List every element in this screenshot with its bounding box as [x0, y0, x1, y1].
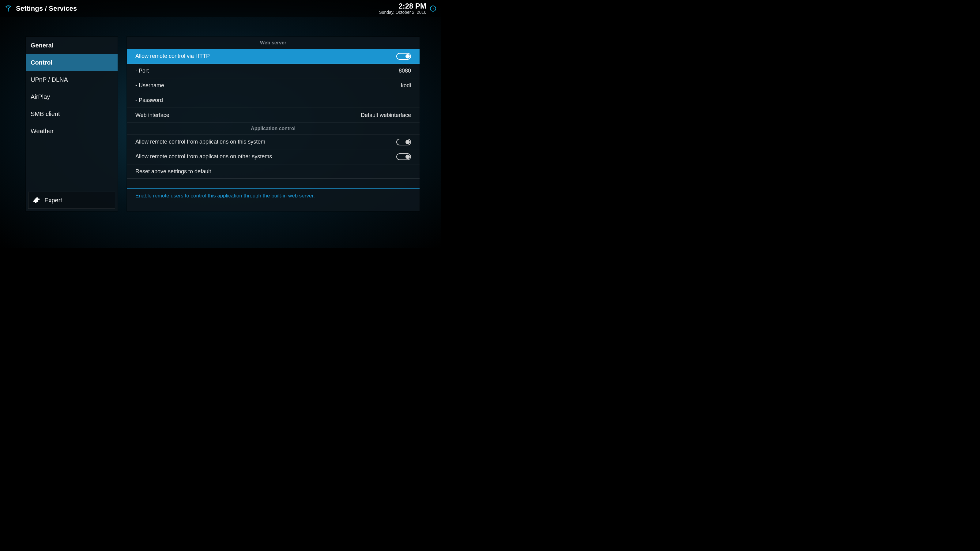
- clock-icon: [430, 5, 437, 12]
- setting-reset-defaults[interactable]: Reset above settings to default: [127, 164, 420, 179]
- setting-allow-remote-http[interactable]: Allow remote control via HTTP: [127, 49, 420, 64]
- setting-allow-remote-other-systems[interactable]: Allow remote control from applications o…: [127, 149, 420, 164]
- sidebar-item-label: Control: [30, 59, 52, 66]
- setting-value: kodi: [401, 83, 411, 89]
- section-header-application-control: Application control: [127, 122, 420, 135]
- setting-port[interactable]: Port 8080: [127, 64, 420, 78]
- settings-level-label: Expert: [45, 197, 62, 204]
- toggle-icon: [396, 153, 411, 160]
- sidebar-item-label: AirPlay: [30, 94, 50, 100]
- breadcrumb: Settings / Services: [16, 5, 77, 13]
- main-panel: Web server Allow remote control via HTTP…: [127, 37, 420, 211]
- settings-level-button[interactable]: Expert: [28, 192, 115, 209]
- setting-value: 8080: [399, 68, 411, 74]
- sidebar-item-label: General: [30, 42, 53, 49]
- setting-label: Allow remote control from applications o…: [135, 139, 265, 145]
- setting-label: Allow remote control from applications o…: [135, 153, 272, 160]
- setting-label: Allow remote control via HTTP: [135, 53, 210, 59]
- setting-web-interface[interactable]: Web interface Default webinterface: [127, 108, 420, 122]
- sidebar-item-smb-client[interactable]: SMB client: [26, 105, 118, 122]
- sidebar-item-label: SMB client: [30, 111, 60, 118]
- sidebar-item-upnp-dlna[interactable]: UPnP / DLNA: [26, 71, 118, 88]
- clock-time: 2:28 PM: [379, 2, 426, 10]
- gear-icon: [33, 197, 40, 204]
- sidebar: General Control UPnP / DLNA AirPlay SMB …: [26, 37, 118, 211]
- sidebar-item-airplay[interactable]: AirPlay: [26, 88, 118, 105]
- broadcast-icon: [4, 5, 12, 13]
- toggle-icon: [396, 139, 411, 145]
- setting-label: Web interface: [135, 112, 169, 119]
- sidebar-item-weather[interactable]: Weather: [26, 122, 118, 140]
- toggle-icon: [396, 53, 411, 60]
- header-bar: Settings / Services 2:28 PM Sunday, Octo…: [0, 0, 441, 17]
- sidebar-item-label: Weather: [30, 128, 54, 135]
- sidebar-item-control[interactable]: Control: [26, 54, 118, 71]
- setting-label: Password: [135, 97, 163, 103]
- setting-allow-remote-this-system[interactable]: Allow remote control from applications o…: [127, 135, 420, 149]
- section-header-web-server: Web server: [127, 37, 420, 49]
- setting-value: Default webinterface: [361, 112, 411, 119]
- setting-label: Reset above settings to default: [135, 168, 211, 175]
- setting-description: Enable remote users to control this appl…: [127, 188, 420, 199]
- setting-username[interactable]: Username kodi: [127, 78, 420, 93]
- sidebar-item-general[interactable]: General: [26, 37, 118, 54]
- setting-password[interactable]: Password: [127, 93, 420, 108]
- clock-date: Sunday, October 2, 2016: [379, 10, 426, 15]
- sidebar-item-label: UPnP / DLNA: [30, 76, 68, 83]
- setting-label: Port: [135, 68, 149, 74]
- setting-label: Username: [135, 83, 164, 89]
